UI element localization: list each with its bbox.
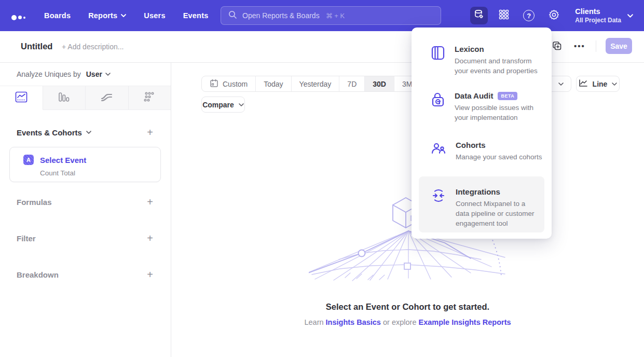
grid-icon <box>498 9 510 22</box>
integrations-sync-icon <box>431 187 446 232</box>
primary-nav: Boards Reports Users Events <box>44 0 208 31</box>
calendar-icon <box>210 79 218 89</box>
menu-item-lexicon[interactable]: Lexicon Document and transform your even… <box>412 45 552 76</box>
menu-description: Manage your saved cohorts <box>456 152 543 162</box>
line-chart-icon <box>15 91 28 105</box>
nav-events[interactable]: Events <box>183 11 209 20</box>
chevron-down-icon <box>121 14 126 17</box>
tab-flow-chart[interactable] <box>86 86 129 109</box>
filter-section: Filter + <box>0 231 171 245</box>
database-gear-icon <box>473 9 485 22</box>
range-custom[interactable]: Custom <box>202 76 256 91</box>
add-breakdown-button[interactable]: + <box>147 269 153 280</box>
chevron-down-icon <box>558 83 564 86</box>
org-name: Clients <box>575 7 621 16</box>
breakdown-section: Breakdown + <box>0 267 171 282</box>
nav-reports[interactable]: Reports <box>88 11 126 20</box>
menu-title: Lexicon <box>455 45 484 53</box>
divider <box>596 40 596 52</box>
nav-users[interactable]: Users <box>144 11 165 20</box>
analyze-label: Analyze Uniques by <box>17 70 81 78</box>
beta-badge: BETA <box>498 92 517 100</box>
help-icon: ? <box>523 10 535 21</box>
chevron-down-icon <box>627 14 633 17</box>
range-yesterday[interactable]: Yesterday <box>292 76 340 91</box>
menu-description: Document and transform your events and p… <box>455 56 543 76</box>
top-navigation-bar: Boards Reports Users Events Open Reports… <box>0 0 644 31</box>
cohorts-people-icon <box>431 141 446 162</box>
menu-description: Connect Mixpanel to a data pipeline or c… <box>456 199 538 228</box>
gear-icon <box>548 9 560 23</box>
count-total-label[interactable]: Count Total <box>40 169 160 177</box>
chevron-down-icon <box>86 131 91 134</box>
settings-button[interactable] <box>545 7 563 24</box>
empty-state-links: Learn Insights Basics or explore Example… <box>171 318 644 326</box>
data-management-menu: Lexicon Document and transform your even… <box>412 28 552 239</box>
events-cohorts-label[interactable]: Events & Cohorts <box>17 128 91 137</box>
ellipsis-icon: ••• <box>574 42 585 50</box>
middle-text: or explore <box>383 318 416 326</box>
apps-grid-button[interactable] <box>495 7 513 24</box>
tab-metrics-grid[interactable] <box>129 86 171 109</box>
save-button[interactable]: Save <box>606 38 632 54</box>
add-event-button[interactable]: + <box>147 127 153 138</box>
learn-prefix: Learn <box>304 318 323 326</box>
select-event-card[interactable]: A Select Event Count Total <box>9 147 161 182</box>
analyze-value-dropdown[interactable]: User <box>86 70 111 78</box>
select-event-label[interactable]: Select Event <box>40 156 86 164</box>
data-audit-icon <box>431 91 445 122</box>
lexicon-book-icon <box>431 45 445 76</box>
analyze-uniques-row: Analyze Uniques by User <box>0 63 171 86</box>
mixpanel-insights-page: Boards Reports Users Events Open Reports… <box>0 0 644 357</box>
menu-title: Integrations <box>456 187 500 196</box>
events-cohorts-header: Events & Cohorts + <box>0 125 171 140</box>
help-button[interactable]: ? <box>520 7 538 24</box>
add-formula-button[interactable]: + <box>147 197 153 207</box>
example-reports-link[interactable]: Example Insights Reports <box>418 318 511 326</box>
dots-grid-icon <box>143 91 156 105</box>
menu-item-cohorts[interactable]: Cohorts Manage your saved cohorts <box>412 141 552 162</box>
report-description-field[interactable]: + Add description... <box>62 43 124 51</box>
data-management-button[interactable] <box>470 7 488 24</box>
project-selector[interactable]: Clients All Project Data <box>575 7 633 24</box>
report-title[interactable]: Untitled <box>21 42 52 51</box>
range-7d[interactable]: 7D <box>339 76 365 91</box>
search-icon <box>228 10 237 21</box>
range-30d[interactable]: 30D <box>365 76 394 91</box>
menu-title: Cohorts <box>456 141 486 149</box>
empty-state-heading: Select an Event or Cohort to get started… <box>171 302 644 312</box>
global-search-input[interactable]: Open Reports & Boards ⌘ + K <box>221 6 441 25</box>
line-style-icon <box>579 79 588 89</box>
project-name: All Project Data <box>575 17 621 24</box>
search-shortcut: ⌘ + K <box>326 12 345 20</box>
range-today[interactable]: Today <box>256 76 291 91</box>
event-letter-badge: A <box>23 155 34 165</box>
formulas-label: Formulas <box>17 198 52 207</box>
insights-basics-link[interactable]: Insights Basics <box>326 318 381 326</box>
mixpanel-logo[interactable] <box>11 12 34 19</box>
date-range-control: Custom Today Yesterday 7D 30D 3M 6M <box>201 76 447 92</box>
tab-line-chart[interactable] <box>0 86 43 110</box>
query-builder-sidebar: Analyze Uniques by User Events & Cohorts <box>0 63 171 357</box>
duplicate-button[interactable] <box>550 39 564 53</box>
breakdown-label: Breakdown <box>17 270 59 279</box>
chevron-down-icon <box>612 83 617 86</box>
more-options-button[interactable]: ••• <box>573 39 586 53</box>
topbar-right-cluster: ? Clients All Project Data <box>470 0 644 31</box>
nav-boards[interactable]: Boards <box>44 11 71 20</box>
chevron-down-icon <box>239 103 244 106</box>
filter-label: Filter <box>17 234 36 243</box>
bar-chart-icon <box>58 91 70 105</box>
chevron-down-icon <box>105 73 111 76</box>
tab-bar-chart[interactable] <box>43 86 86 109</box>
report-actions: ••• Save <box>550 38 632 54</box>
menu-description: View possible issues with your implement… <box>455 103 543 122</box>
menu-item-data-audit[interactable]: Data Audit BETA View possible issues wit… <box>412 91 552 122</box>
compare-button[interactable]: Compare <box>201 97 245 113</box>
flow-icon <box>100 91 114 105</box>
menu-item-integrations[interactable]: Integrations Connect Mixpanel to a data … <box>419 176 544 232</box>
chart-style-dropdown[interactable]: Line <box>576 76 620 92</box>
formulas-section: Formulas + <box>0 195 171 209</box>
add-filter-button[interactable]: + <box>147 233 153 243</box>
report-canvas: Custom Today Yesterday 7D 30D 3M 6M Comp… <box>171 63 644 357</box>
